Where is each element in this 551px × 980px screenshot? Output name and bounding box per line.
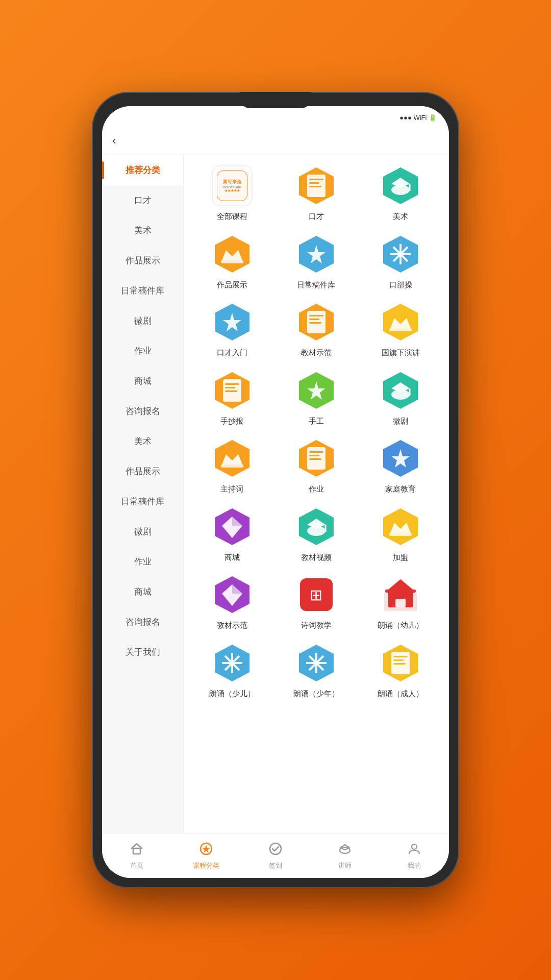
grid-area: 富可米兔 RcRiceSun ★★★★★ 全部课程 口才 美术 作品展示 — [184, 155, 449, 833]
sidebar-item-2[interactable]: 美术 — [102, 215, 183, 246]
grid-item-21[interactable]: 朗诵（少儿） — [192, 643, 272, 699]
item-icon-13 — [296, 438, 337, 479]
grid-item-3[interactable]: 作品展示 — [192, 234, 272, 290]
sidebar-item-12[interactable]: 微剧 — [102, 517, 183, 547]
item-label-14: 家庭教育 — [385, 484, 416, 494]
item-icon-21 — [212, 643, 253, 683]
svg-rect-24 — [309, 318, 319, 320]
sidebar-item-10[interactable]: 作品展示 — [102, 456, 183, 486]
svg-rect-25 — [309, 322, 321, 324]
phone-frame: ●●● WiFi 🔋 ‹ 推荐分类口才美术作品展示日常稿件库微剧作业商城咨询报名… — [92, 92, 459, 888]
item-label-6: 口才入门 — [217, 348, 247, 358]
item-icon-2 — [380, 165, 421, 206]
sidebar-item-0[interactable]: 推荐分类 — [102, 155, 183, 185]
sidebar-item-7[interactable]: 商城 — [102, 366, 183, 396]
sidebar-item-16[interactable]: 关于我们 — [102, 637, 183, 667]
tab-bar: 首页 课程分类 签到 讲师 我的 — [102, 833, 449, 878]
item-label-4: 日常稿件库 — [297, 280, 335, 290]
grid-item-10[interactable]: 手工 — [276, 370, 356, 426]
item-icon-11 — [380, 370, 421, 411]
item-label-20: 朗诵（幼儿） — [378, 620, 423, 630]
item-icon-3 — [212, 234, 253, 275]
grid-item-20[interactable]: 朗诵（幼儿） — [361, 574, 441, 630]
svg-rect-84 — [133, 848, 140, 854]
grid-item-15[interactable]: 商城 — [192, 506, 272, 562]
item-icon-22 — [296, 643, 337, 683]
tab-icon-2 — [268, 841, 283, 859]
notch — [240, 92, 311, 108]
grid-item-19[interactable]: ⊞ 诗词教学 — [276, 574, 356, 630]
sidebar-item-8[interactable]: 咨询报名 — [102, 396, 183, 426]
category-grid: 富可米兔 RcRiceSun ★★★★★ 全部课程 口才 美术 作品展示 — [192, 165, 441, 698]
grid-item-18[interactable]: 教材示范 — [192, 574, 272, 630]
svg-rect-32 — [225, 387, 235, 388]
item-label-11: 微剧 — [393, 416, 408, 426]
sidebar-item-9[interactable]: 美术 — [102, 426, 183, 456]
grid-item-8[interactable]: 国旗下演讲 — [361, 302, 441, 358]
grid-item-11[interactable]: 微剧 — [361, 370, 441, 426]
item-icon-14 — [380, 438, 421, 479]
tab-item-3[interactable]: 讲师 — [310, 841, 380, 870]
item-label-0: 全部课程 — [217, 211, 247, 222]
item-label-22: 朗诵（少年） — [293, 689, 339, 699]
sidebar-item-13[interactable]: 作业 — [102, 547, 183, 577]
item-label-3: 作品展示 — [217, 280, 247, 290]
tab-item-4[interactable]: 我的 — [380, 841, 449, 870]
tab-icon-3 — [337, 841, 353, 859]
grid-item-17[interactable]: 加盟 — [361, 506, 441, 562]
back-button[interactable]: ‹ — [112, 134, 116, 148]
item-label-18: 教材示范 — [217, 620, 247, 630]
sidebar-item-3[interactable]: 作品展示 — [102, 246, 183, 276]
svg-rect-42 — [221, 464, 243, 468]
grid-item-9[interactable]: 手抄报 — [192, 370, 272, 426]
sidebar-item-14[interactable]: 商城 — [102, 577, 183, 607]
sidebar-item-1[interactable]: 口才 — [102, 185, 183, 215]
tab-label-4: 我的 — [408, 861, 421, 870]
tab-item-2[interactable]: 签到 — [241, 841, 310, 870]
item-icon-6 — [212, 302, 253, 342]
item-icon-20 — [380, 574, 421, 615]
item-label-13: 作业 — [309, 484, 324, 494]
item-label-10: 手工 — [309, 416, 324, 426]
grid-item-12[interactable]: 主持词 — [192, 438, 272, 494]
sidebar-item-4[interactable]: 日常稿件库 — [102, 276, 183, 306]
grid-item-23[interactable]: 朗诵（成人） — [361, 643, 441, 699]
sidebar-item-11[interactable]: 日常稿件库 — [102, 486, 183, 517]
item-icon-4 — [296, 234, 337, 275]
svg-rect-67 — [395, 599, 406, 607]
item-icon-18 — [212, 574, 253, 615]
tab-item-1[interactable]: 课程分类 — [171, 841, 241, 870]
sidebar: 推荐分类口才美术作品展示日常稿件库微剧作业商城咨询报名美术作品展示日常稿件库微剧… — [102, 155, 184, 833]
grid-item-5[interactable]: 口部操 — [361, 234, 441, 290]
phone-screen: ●●● WiFi 🔋 ‹ 推荐分类口才美术作品展示日常稿件库微剧作业商城咨询报名… — [102, 106, 449, 878]
svg-rect-33 — [225, 390, 237, 392]
tab-label-1: 课程分类 — [193, 861, 219, 870]
grid-item-6[interactable]: 口才入门 — [192, 302, 272, 358]
sidebar-item-5[interactable]: 微剧 — [102, 306, 183, 336]
grid-item-1[interactable]: 口才 — [276, 165, 356, 222]
svg-marker-40 — [215, 440, 249, 477]
tab-label-0: 首页 — [130, 861, 143, 870]
tab-icon-1 — [198, 841, 214, 859]
grid-item-13[interactable]: 作业 — [276, 438, 356, 494]
header: ‹ — [102, 127, 449, 155]
item-label-1: 口才 — [309, 211, 324, 222]
item-label-21: 朗诵（少儿） — [209, 689, 255, 699]
sidebar-item-6[interactable]: 作业 — [102, 336, 183, 366]
item-label-7: 教材示范 — [301, 348, 332, 358]
grid-item-2[interactable]: 美术 — [361, 165, 441, 222]
grid-item-0[interactable]: 富可米兔 RcRiceSun ★★★★★ 全部课程 — [192, 165, 272, 222]
tab-item-0[interactable]: 首页 — [102, 841, 171, 870]
item-label-17: 加盟 — [393, 552, 408, 562]
grid-item-7[interactable]: 教材示范 — [276, 302, 356, 358]
sidebar-item-15[interactable]: 咨询报名 — [102, 607, 183, 637]
tab-label-3: 讲师 — [338, 861, 352, 870]
grid-item-4[interactable]: 日常稿件库 — [276, 234, 356, 290]
svg-rect-47 — [309, 458, 321, 460]
grid-item-14[interactable]: 家庭教育 — [361, 438, 441, 494]
svg-marker-57 — [383, 508, 418, 545]
svg-rect-28 — [389, 328, 412, 331]
grid-item-22[interactable]: 朗诵（少年） — [276, 643, 356, 699]
grid-item-16[interactable]: 教材视频 — [276, 506, 356, 562]
item-icon-23 — [380, 643, 421, 683]
